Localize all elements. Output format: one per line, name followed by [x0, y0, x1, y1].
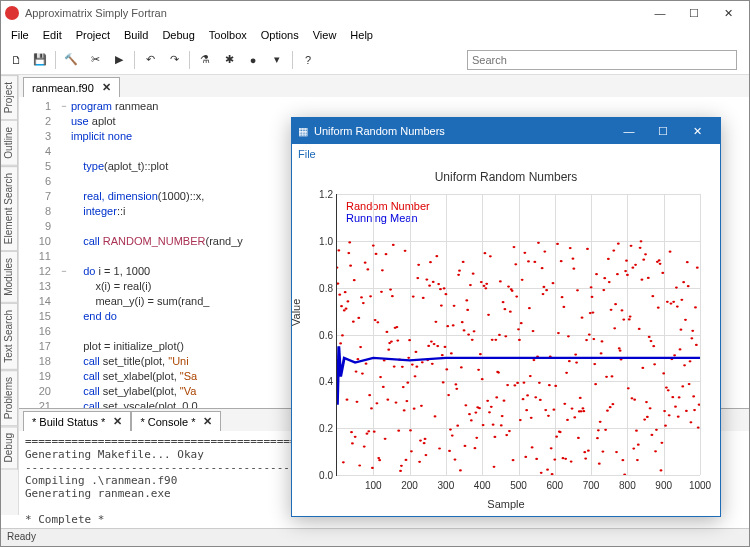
svg-point-320	[626, 274, 629, 276]
svg-point-398	[697, 426, 700, 428]
menu-build[interactable]: Build	[118, 27, 154, 43]
plot-file-menu[interactable]: File	[298, 148, 316, 160]
svg-point-279	[589, 312, 592, 314]
svg-point-26	[359, 346, 362, 348]
svg-point-80	[408, 339, 411, 341]
svg-point-212	[528, 307, 531, 309]
svg-point-397	[696, 267, 699, 269]
sidetab-element-search[interactable]: Element Search	[1, 166, 18, 251]
redo-icon[interactable]: ↷	[163, 49, 185, 71]
svg-point-348	[651, 295, 654, 297]
svg-point-94	[421, 361, 424, 363]
svg-point-275	[585, 339, 588, 341]
menu-toolbox[interactable]: Toolbox	[203, 27, 253, 43]
svg-point-171	[491, 339, 494, 341]
sidetab-problems[interactable]: Problems	[1, 370, 18, 426]
help-icon[interactable]: ?	[297, 49, 319, 71]
search-input[interactable]	[467, 50, 737, 70]
menu-options[interactable]: Options	[255, 27, 305, 43]
compile-icon[interactable]: ⚗	[194, 49, 216, 71]
run-icon[interactable]: ▶	[108, 49, 130, 71]
plot-close-button[interactable]: ✕	[680, 119, 714, 143]
svg-point-98	[424, 454, 427, 456]
svg-point-39	[371, 467, 374, 469]
plot-window[interactable]: ▦ Uniform Random Numbers — ☐ ✕ File Unif…	[291, 117, 721, 517]
svg-point-87	[415, 351, 418, 353]
svg-point-365	[667, 389, 670, 391]
svg-point-358	[660, 442, 663, 444]
svg-point-16	[350, 431, 353, 433]
cut-icon[interactable]: ✂	[84, 49, 106, 71]
chevron-down-icon[interactable]: ▾	[266, 49, 288, 71]
svg-point-381	[681, 385, 684, 387]
close-tab-icon[interactable]: ✕	[102, 81, 111, 94]
gear-icon[interactable]: ✱	[218, 49, 240, 71]
svg-point-294	[602, 289, 605, 291]
svg-point-210	[526, 394, 529, 396]
svg-point-179	[498, 334, 501, 336]
svg-point-81	[409, 429, 412, 431]
plot-xlabel: Sample	[487, 498, 524, 510]
undo-icon[interactable]: ↶	[139, 49, 161, 71]
bottom-tab[interactable]: * Console *✕	[131, 411, 221, 431]
bottom-tab[interactable]: * Build Status *✕	[23, 411, 131, 431]
minimize-button[interactable]: —	[643, 2, 677, 24]
svg-point-198	[515, 295, 518, 297]
plot-maximize-button[interactable]: ☐	[646, 119, 680, 143]
close-button[interactable]: ✕	[711, 2, 745, 24]
plot-minimize-button[interactable]: —	[612, 119, 646, 143]
svg-point-306	[613, 327, 616, 329]
svg-point-228	[542, 286, 545, 288]
sidetab-text-search[interactable]: Text Search	[1, 303, 18, 370]
svg-point-109	[434, 321, 437, 323]
svg-point-159	[480, 281, 483, 283]
svg-point-42	[374, 319, 377, 321]
svg-point-364	[666, 301, 669, 303]
svg-point-178	[497, 371, 500, 373]
menu-view[interactable]: View	[307, 27, 343, 43]
svg-point-194	[512, 459, 515, 461]
menu-debug[interactable]: Debug	[156, 27, 200, 43]
svg-point-37	[369, 295, 372, 297]
svg-point-75	[404, 250, 407, 252]
svg-point-244	[557, 332, 560, 334]
sidetab-modules[interactable]: Modules	[1, 251, 18, 303]
svg-point-68	[397, 430, 400, 432]
maximize-button[interactable]: ☐	[677, 2, 711, 24]
svg-point-318	[624, 270, 627, 272]
sidetab-project[interactable]: Project	[1, 75, 18, 120]
svg-point-201	[518, 339, 521, 341]
svg-point-262	[573, 416, 576, 418]
svg-point-5	[340, 305, 343, 307]
sidetab-outline[interactable]: Outline	[1, 120, 18, 166]
svg-point-266	[577, 437, 580, 439]
svg-point-157	[478, 407, 481, 409]
sidetab-debug[interactable]: Debug	[1, 426, 18, 469]
svg-point-122	[446, 325, 449, 327]
dot-icon[interactable]: ●	[242, 49, 264, 71]
svg-point-315	[621, 459, 624, 461]
svg-point-236	[550, 447, 553, 449]
save-icon[interactable]: 💾	[29, 49, 51, 71]
new-icon[interactable]: 🗋	[5, 49, 27, 71]
svg-point-200	[517, 328, 520, 330]
svg-point-19	[353, 279, 356, 281]
svg-point-292	[601, 340, 604, 342]
svg-point-209	[525, 409, 528, 411]
svg-point-302	[610, 309, 613, 311]
menu-help[interactable]: Help	[344, 27, 379, 43]
svg-point-24	[357, 317, 360, 319]
svg-point-283	[592, 338, 595, 340]
file-tab[interactable]: ranmean.f90 ✕	[23, 77, 120, 97]
svg-point-362	[664, 425, 667, 427]
svg-point-300	[608, 281, 611, 283]
build-icon[interactable]: 🔨	[60, 49, 82, 71]
menu-project[interactable]: Project	[70, 27, 116, 43]
svg-point-168	[488, 411, 491, 413]
menu-file[interactable]: File	[5, 27, 35, 43]
menu-edit[interactable]: Edit	[37, 27, 68, 43]
svg-point-233	[547, 415, 550, 417]
svg-point-395	[694, 306, 697, 308]
svg-point-276	[586, 248, 589, 250]
svg-point-170	[490, 406, 493, 408]
